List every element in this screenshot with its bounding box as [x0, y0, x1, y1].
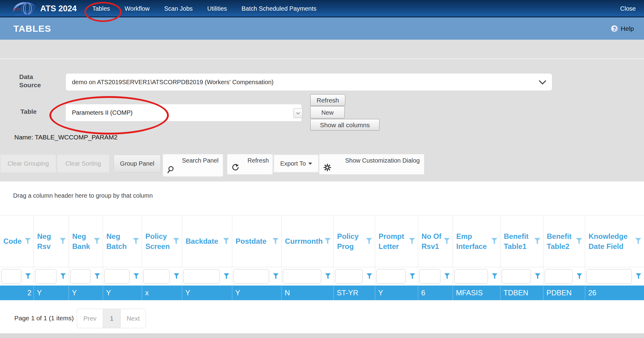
filter-input-backdate[interactable]	[183, 269, 220, 284]
nav-item-batch-scheduled-payments[interactable]: Batch Scheduled Payments	[242, 5, 317, 12]
filter-funnel-icon[interactable]	[94, 273, 100, 280]
nav-item-workflow[interactable]: Workflow	[125, 5, 150, 12]
filter-funnel-icon[interactable]	[325, 273, 331, 280]
group-panel-button[interactable]: Group Panel	[114, 155, 161, 172]
grid-data-row-selected[interactable]: 2YYYxYYNST-YRY6MFASISTDBENPDBEN26	[0, 286, 644, 300]
cell-code: 2	[0, 286, 34, 300]
filter-funnel-icon[interactable]	[273, 273, 279, 280]
column-header-neg-bank[interactable]: Neg Bank	[69, 215, 103, 267]
filter-funnel-icon[interactable]	[534, 238, 541, 245]
filter-funnel-icon[interactable]	[59, 238, 66, 245]
pager-page-1-button[interactable]: 1	[103, 309, 121, 328]
filter-input-neg-rsv[interactable]	[35, 269, 56, 284]
data-source-label: DataSource	[19, 73, 41, 89]
column-header-backdate[interactable]: Backdate	[182, 215, 232, 267]
filter-funnel-icon[interactable]	[223, 238, 229, 245]
filter-funnel-icon[interactable]	[409, 238, 415, 245]
help-button[interactable]: ? Help	[611, 17, 634, 40]
column-header-emp-interface[interactable]: Emp Interface	[453, 215, 500, 267]
column-header-prompt-letter[interactable]: Prompt Letter	[375, 215, 418, 267]
filter-input-benefit-table1[interactable]	[502, 269, 531, 284]
section-divider	[0, 59, 644, 59]
show-all-columns-button[interactable]: Show all columns	[310, 119, 379, 131]
filter-funnel-icon[interactable]	[223, 273, 229, 280]
filter-input-knowledge-date-field[interactable]	[586, 269, 632, 284]
filter-funnel-icon[interactable]	[24, 238, 31, 245]
filter-funnel-icon[interactable]	[491, 238, 498, 245]
pager-next-button[interactable]: Next	[121, 309, 146, 328]
filter-funnel-icon[interactable]	[133, 273, 139, 280]
filter-funnel-icon[interactable]	[366, 273, 372, 280]
grid-filter-row	[0, 267, 644, 286]
filter-cell-knowledge-date-field	[585, 267, 644, 286]
clear-sorting-button[interactable]: Clear Sorting	[57, 155, 109, 172]
column-header-no-of-rsv1[interactable]: No Of Rsv1	[418, 215, 453, 267]
column-header-code[interactable]: Code	[0, 215, 34, 267]
column-header-benefit-table2[interactable]: Benefit Table2	[543, 215, 585, 267]
clear-grouping-button[interactable]: Clear Grouping	[1, 155, 56, 172]
filter-funnel-icon[interactable]	[25, 273, 31, 280]
filter-funnel-icon[interactable]	[409, 273, 415, 280]
cell-backdate: Y	[182, 286, 232, 300]
data-source-dropdown[interactable]: demo on ATS2019SERVER1\ATSCORPDB2019 (Wo…	[66, 73, 552, 91]
filter-input-neg-bank[interactable]	[70, 269, 91, 284]
data-grid: CodeNeg RsvNeg BankNeg BatchPolicy Scree…	[0, 215, 644, 300]
filter-input-emp-interface[interactable]	[454, 269, 488, 284]
new-button[interactable]: New	[310, 106, 345, 118]
column-header-neg-rsv[interactable]: Neg Rsv	[34, 215, 69, 267]
column-header-currmonth[interactable]: Currmonth	[281, 215, 333, 267]
table-dropdown-button[interactable]	[294, 108, 303, 118]
filter-input-policy-screen[interactable]	[143, 269, 170, 284]
filter-cell-no-of-rsv1	[418, 267, 453, 286]
filter-input-benefit-table2[interactable]	[545, 269, 573, 284]
filter-funnel-icon[interactable]	[492, 273, 498, 280]
filter-funnel-icon[interactable]	[443, 238, 450, 245]
nav-item-utilities[interactable]: Utilities	[207, 5, 227, 12]
filter-funnel-icon[interactable]	[535, 273, 541, 280]
filter-cell-benefit-table2	[543, 267, 585, 286]
refresh-button[interactable]: Refresh	[310, 94, 345, 106]
pager-prev-button[interactable]: Prev	[77, 309, 103, 328]
filter-cell-backdate	[182, 267, 232, 286]
app-title: ATS 2024	[40, 0, 77, 17]
filter-input-policy-prog[interactable]	[335, 269, 363, 284]
close-button[interactable]: Close	[620, 0, 636, 17]
filter-funnel-icon[interactable]	[173, 273, 180, 280]
nav-item-scan-jobs[interactable]: Scan Jobs	[164, 5, 193, 12]
filter-input-prompt-letter[interactable]	[376, 269, 406, 284]
show-customization-dialog-button[interactable]: Show Customization Dialog	[319, 154, 424, 174]
column-header-benefit-table1[interactable]: Benefit Table1	[500, 215, 543, 267]
table-dropdown[interactable]: Parameters II (COMP)	[66, 104, 302, 121]
page-title: TABLES	[13, 17, 51, 40]
filter-funnel-icon[interactable]	[324, 238, 331, 245]
filter-funnel-icon[interactable]	[366, 238, 372, 245]
filter-funnel-icon[interactable]	[576, 273, 582, 280]
filter-funnel-icon[interactable]	[60, 273, 66, 280]
column-header-postdate[interactable]: Postdate	[232, 215, 281, 267]
column-header-policy-prog[interactable]: Policy Prog	[333, 215, 375, 267]
export-to-button[interactable]: Export To	[274, 155, 318, 172]
filter-funnel-icon[interactable]	[173, 238, 180, 245]
filter-input-neg-batch[interactable]	[104, 269, 130, 284]
filter-funnel-icon[interactable]	[94, 238, 100, 245]
search-panel-button[interactable]: Search Panel	[163, 154, 223, 177]
filter-funnel-icon[interactable]	[444, 273, 450, 280]
column-header-neg-batch[interactable]: Neg Batch	[103, 215, 142, 267]
filter-funnel-icon[interactable]	[272, 238, 279, 245]
filter-input-code[interactable]	[1, 269, 21, 284]
column-header-knowledge-date-field[interactable]: Knowledge Date Field	[585, 215, 644, 267]
filter-funnel-icon[interactable]	[133, 238, 139, 245]
grid-header-row: CodeNeg RsvNeg BankNeg BatchPolicy Scree…	[0, 215, 644, 267]
filter-funnel-icon[interactable]	[635, 238, 642, 245]
filter-input-no-of-rsv1[interactable]	[419, 269, 440, 284]
nav-item-tables[interactable]: Tables	[92, 5, 110, 12]
filter-input-postdate[interactable]	[233, 269, 269, 284]
filter-funnel-icon[interactable]	[576, 238, 582, 245]
filter-funnel-icon[interactable]	[635, 273, 642, 280]
column-header-policy-screen[interactable]: Policy Screen	[142, 215, 182, 267]
svg-text:ATS: ATS	[13, 7, 20, 12]
pager-summary-text: Page 1 of 1 (1 items)	[14, 309, 74, 328]
cell-emp-interface: MFASIS	[453, 286, 500, 300]
grid-refresh-button[interactable]: Refresh	[227, 154, 273, 174]
filter-input-currmonth[interactable]	[283, 269, 321, 284]
